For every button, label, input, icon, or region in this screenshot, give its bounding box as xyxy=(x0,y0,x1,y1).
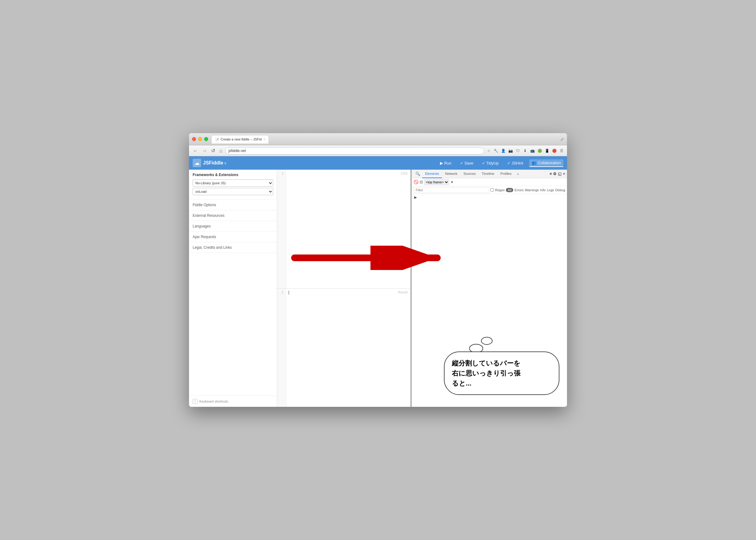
close-button[interactable] xyxy=(192,137,196,141)
url-text: jsfiddle.net xyxy=(229,149,246,153)
sidebar-item-label: Ajax Requests xyxy=(193,235,216,239)
cast-icon[interactable]: 📺 xyxy=(529,148,535,154)
sidebar-item-label: Legal, Credits and Links xyxy=(193,245,232,250)
logs-label[interactable]: Logs xyxy=(547,188,554,192)
sidebar-title: Frameworks & Extensions xyxy=(193,173,273,177)
jsfiddle-header: ☁ JSFiddle α ▶ Run ✓ Save ✓ TidyUp ✓ JSH… xyxy=(189,156,567,170)
collaboration-button[interactable]: 👥 Collaboration xyxy=(529,159,563,167)
nav-icons: ☆ 🔧 👤 📷 🛡 ⬇ 📺 🟢 📱 🔴 ☰ xyxy=(486,148,565,154)
tab-close-icon[interactable]: × xyxy=(264,138,265,141)
back-button[interactable]: ← xyxy=(191,147,199,154)
tab-favicon: 📝 xyxy=(215,138,219,141)
devtools-tab-timeline[interactable]: Timeline xyxy=(479,170,497,178)
frame-dropdown-icon[interactable]: ▼ xyxy=(450,180,454,184)
devtools-tab-profiles[interactable]: Profiles xyxy=(497,170,515,178)
forward-button[interactable]: → xyxy=(200,147,208,154)
devtools-tab-network[interactable]: Network xyxy=(442,170,460,178)
devtools-expand-icon[interactable]: ≡ xyxy=(550,172,552,176)
sidebar-item-label: External Resources xyxy=(193,213,225,218)
devtools-tabs: 🔍 Elements Network Sources Timeline Prof… xyxy=(412,170,567,178)
console-arrow-row: ▶ xyxy=(412,194,567,201)
line-number: 1 xyxy=(279,172,283,175)
tab-title: Create a new fiddle – JSFid xyxy=(221,137,262,141)
prohibit-icon[interactable]: 🚫 xyxy=(413,180,418,184)
browser-window: 📝 Create a new fiddle – JSFid × ⤢ ← → ↺ … xyxy=(189,133,567,407)
run-button[interactable]: ▶ Run xyxy=(438,160,454,167)
tab-timeline-label: Timeline xyxy=(482,172,494,176)
devtools-console-content: ▶ xyxy=(412,194,567,407)
css-editor-pane: 1 CSS xyxy=(277,170,410,289)
circle-icon[interactable]: 🟢 xyxy=(537,148,543,154)
extensions-icon[interactable]: 🔧 xyxy=(493,148,499,154)
home-button[interactable]: ⌂ xyxy=(218,147,224,154)
devtools-dock-icon[interactable]: ◱ xyxy=(558,172,562,176)
devtools-settings-icon[interactable]: ⚙ xyxy=(553,172,557,176)
frameworks-section: Frameworks & Extensions No-Library (pure… xyxy=(189,170,277,200)
debug-label[interactable]: Debug xyxy=(556,188,565,192)
library-select[interactable]: No-Library (pure JS) jQuery React Vue xyxy=(193,180,273,187)
refresh-button[interactable]: ↺ xyxy=(210,147,217,154)
devtools-tab-elements[interactable]: Elements xyxy=(422,170,442,178)
line-number: 1 xyxy=(279,290,283,294)
devtools-more-tabs[interactable]: » xyxy=(516,172,520,176)
logo-icon: ☁ xyxy=(193,159,201,167)
result-editor-content[interactable]: Result xyxy=(286,289,410,407)
line-numbers: 1 xyxy=(277,170,286,288)
save-button[interactable]: ✓ Save xyxy=(458,160,476,167)
window-maximize-icon[interactable]: ⤢ xyxy=(560,137,564,142)
sidebar-item-label: Fiddle Options xyxy=(193,203,216,207)
logo-alpha: α xyxy=(225,162,226,165)
tidyup-button[interactable]: ✓ TidyUp xyxy=(480,160,501,167)
devtools-tab-sources[interactable]: Sources xyxy=(460,170,479,178)
tab-network-label: Network xyxy=(445,172,457,176)
regex-label: Regex xyxy=(495,188,505,192)
sidebar-item-languages[interactable]: Languages xyxy=(189,221,277,232)
devtools-close-icon[interactable]: × xyxy=(563,172,565,176)
sidebar-item-label: Languages xyxy=(193,224,211,228)
main-area: Frameworks & Extensions No-Library (pure… xyxy=(189,170,567,407)
shield-icon[interactable]: 🛡 xyxy=(515,148,521,154)
filter-icon[interactable]: ⊟ xyxy=(420,180,423,184)
line-numbers-result: 1 xyxy=(277,289,286,407)
mobile-icon[interactable]: 📱 xyxy=(544,148,550,154)
warnings-label[interactable]: Warnings xyxy=(525,188,539,192)
browser-tab[interactable]: 📝 Create a new fiddle – JSFid × xyxy=(211,135,269,144)
jsfiddle-logo: ☁ JSFiddle α xyxy=(193,159,226,167)
sidebar-item-fiddle-options[interactable]: Fiddle Options xyxy=(189,200,277,210)
tab-elements-label: Elements xyxy=(425,172,439,176)
maximize-button[interactable] xyxy=(204,137,208,141)
frame-selector[interactable]: <top frame> xyxy=(424,179,449,185)
devtools-search-icon[interactable]: 🔍 xyxy=(413,172,422,176)
regex-checkbox[interactable] xyxy=(490,188,494,192)
result-label: Result xyxy=(398,290,407,294)
jshint-button[interactable]: ✓ JSHint xyxy=(505,160,526,167)
css-label: CSS xyxy=(400,172,407,175)
sidebar-footer: ? Keyboard shortcuts xyxy=(189,396,277,407)
keyboard-shortcut-icon: ? xyxy=(193,399,197,404)
sidebar-item-legal[interactable]: Legal, Credits and Links xyxy=(189,242,277,253)
menu-icon[interactable]: ☰ xyxy=(559,148,565,154)
camera-icon[interactable]: 📷 xyxy=(507,148,513,154)
devtools-tab-icons: ≡ ⚙ ◱ × xyxy=(550,172,565,176)
devtools-panel: 🔍 Elements Network Sources Timeline Prof… xyxy=(411,170,567,407)
result-editor-pane: 1 Result xyxy=(277,289,410,407)
profile-icon[interactable]: 👤 xyxy=(500,148,506,154)
info-label[interactable]: Info xyxy=(540,188,545,192)
filter-options: Regex All Errors Warnings Info Logs Debu… xyxy=(490,188,565,192)
traffic-lights xyxy=(192,137,208,141)
console-expand-arrow[interactable]: ▶ xyxy=(414,195,417,200)
css-editor-content[interactable]: CSS xyxy=(286,170,410,288)
sidebar-item-ajax-requests[interactable]: Ajax Requests xyxy=(189,232,277,242)
download-icon[interactable]: ⬇ xyxy=(522,148,528,154)
load-select[interactable]: onLoad onDOMReady no wrap - in body xyxy=(193,188,273,195)
address-bar[interactable]: jsfiddle.net xyxy=(225,147,485,155)
keyboard-shortcuts-label[interactable]: Keyboard shortcuts xyxy=(199,400,228,403)
sidebar-item-external-resources[interactable]: External Resources xyxy=(189,210,277,221)
minimize-button[interactable] xyxy=(198,137,202,141)
filter-input[interactable] xyxy=(413,187,489,193)
bookmark-icon[interactable]: ☆ xyxy=(486,148,491,154)
error-icon[interactable]: 🔴 xyxy=(551,148,557,154)
all-filter-button[interactable]: All xyxy=(506,188,513,192)
tab-bar: 📝 Create a new fiddle – JSFid × xyxy=(211,133,269,145)
errors-label[interactable]: Errors xyxy=(514,188,523,192)
